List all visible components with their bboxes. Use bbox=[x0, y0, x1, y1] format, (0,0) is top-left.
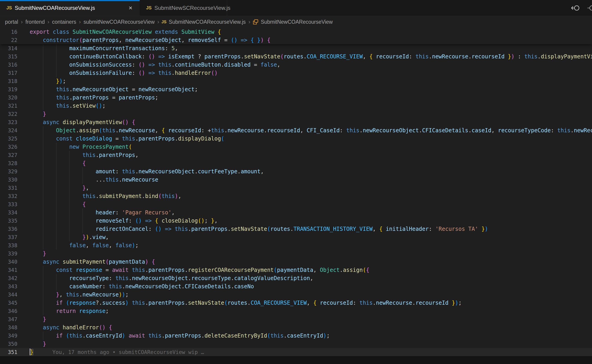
code-token: caseNo bbox=[234, 283, 254, 290]
code-token bbox=[316, 300, 320, 306]
line-number: 337 bbox=[0, 233, 17, 241]
code-line-317[interactable]: 317 onSubmissionFailure: () => this.hand… bbox=[0, 69, 592, 77]
code-token: setNavState bbox=[244, 53, 280, 60]
code-line-333[interactable]: 333 { bbox=[0, 200, 592, 208]
code-line-320[interactable]: 320 this.parentProps = parentProps; bbox=[0, 93, 592, 102]
code-token: ; bbox=[63, 78, 66, 84]
code-token: + bbox=[208, 127, 211, 134]
breadcrumb-folder-containers[interactable]: containers bbox=[52, 19, 77, 25]
code-token: this bbox=[162, 193, 175, 199]
code-token: . bbox=[231, 283, 234, 290]
code-line-318[interactable]: 318 }); bbox=[0, 77, 592, 85]
code-token: this bbox=[270, 332, 284, 339]
git-blame-annotation: You, 17 months ago • submitCOARecourseVi… bbox=[53, 349, 204, 355]
code-token: . bbox=[429, 53, 432, 60]
code-line-336[interactable]: 336 redirectOnCancel: () => this.parentP… bbox=[0, 225, 592, 233]
code-text: this.newRecourseObject = newRecourseObje… bbox=[30, 85, 592, 93]
code-token: . bbox=[571, 127, 574, 134]
code-line-321[interactable]: 321 this.setView(); bbox=[0, 102, 592, 110]
code-line-322[interactable]: 322 } bbox=[0, 110, 592, 118]
code-token: recourseId bbox=[472, 53, 505, 60]
code-line-315[interactable]: 315 continueButtonCallback: () => isExem… bbox=[0, 52, 592, 61]
code-line-344[interactable]: 344 }, this.newRecourse)); bbox=[0, 291, 592, 299]
code-token: if bbox=[56, 300, 63, 306]
code-line-340[interactable]: 340 async submitPayment(paymentData) { bbox=[0, 258, 592, 266]
tab-submitnewcoarecourseview[interactable]: JS SubmitNewCOARecourseView.js × bbox=[0, 0, 140, 16]
sticky-scroll-header[interactable]: 16export class SubmitNewCOARecourseView … bbox=[0, 28, 592, 44]
code-line-346[interactable]: 346 return response; bbox=[0, 307, 592, 315]
code-token bbox=[59, 259, 63, 265]
line-number: 331 bbox=[0, 184, 17, 192]
breadcrumb-folder-portal[interactable]: portal bbox=[5, 19, 19, 25]
code-line-325[interactable]: 325 const closeDialog = this.parentProps… bbox=[0, 135, 592, 143]
code-line-350[interactable]: 350 } bbox=[0, 340, 592, 348]
code-line-345[interactable]: 345 if (response?.success) this.parentPr… bbox=[0, 299, 592, 307]
code-token bbox=[155, 62, 158, 68]
code-line-347[interactable]: 347 } bbox=[0, 315, 592, 323]
code-token: : bbox=[201, 127, 208, 134]
code-line-329[interactable]: 329 amount: this.newRecourseObject.court… bbox=[0, 167, 592, 176]
code-line-341[interactable]: 341 const response = await this.parentPr… bbox=[0, 266, 592, 274]
code-line-339[interactable]: 339 } bbox=[0, 249, 592, 258]
line-number: 321 bbox=[0, 102, 17, 110]
code-line-343[interactable]: 343 caseNumber: this.newRecourseObject.C… bbox=[0, 282, 592, 291]
code-token: handleError bbox=[63, 324, 99, 331]
code-line-332[interactable]: 332 this.submitPayment.bind(this), bbox=[0, 192, 592, 200]
code-token: } bbox=[43, 111, 46, 117]
code-line-327[interactable]: 327 this.parentProps, bbox=[0, 151, 592, 159]
code-text: } bbox=[30, 249, 592, 258]
code-token: ) bbox=[132, 242, 135, 249]
code-line-330[interactable]: 330 ...this.newRecourse bbox=[0, 176, 592, 184]
code-line-314[interactable]: 314 maximumConcurrentTransactions: 5, bbox=[0, 44, 592, 52]
code-token: parentProps bbox=[72, 94, 109, 101]
sticky-line-16[interactable]: 16export class SubmitNewCOARecourseView … bbox=[0, 28, 592, 36]
code-line-319[interactable]: 319 this.newRecourseObject = newRecourse… bbox=[0, 85, 592, 93]
code-token: assign bbox=[79, 127, 99, 134]
code-token: 'Pagar Recurso' bbox=[122, 209, 172, 216]
code-token: parentProps bbox=[165, 332, 201, 339]
line-number: 350 bbox=[0, 340, 17, 348]
code-line-324[interactable]: 324 Object.assign(this.newRecourse, { re… bbox=[0, 126, 592, 135]
code-editor[interactable]: 16export class SubmitNewCOARecourseView … bbox=[0, 28, 592, 356]
code-token: ( bbox=[66, 332, 69, 339]
code-line-334[interactable]: 334 header: 'Pagar Recurso', bbox=[0, 208, 592, 217]
code-line-351[interactable]: 351}You, 17 months ago • submitCOARecour… bbox=[0, 348, 592, 356]
tab-submitnewscrecourseview[interactable]: JS SubmitNewSCRecourseView.js bbox=[140, 0, 227, 16]
code-token: parentProps bbox=[99, 152, 135, 158]
code-line-338[interactable]: 338 false, false, false); bbox=[0, 241, 592, 249]
line-number: 335 bbox=[0, 217, 17, 225]
indent-guide bbox=[43, 225, 43, 233]
code-token bbox=[72, 136, 76, 142]
breadcrumb-folder-frontend[interactable]: frontend bbox=[25, 19, 45, 25]
code-token: . bbox=[96, 152, 99, 158]
code-line-323[interactable]: 323 async displayPaymentView() { bbox=[0, 118, 592, 126]
breadcrumb-file[interactable]: SubmitNewCOARecourseView.js bbox=[168, 19, 246, 25]
line-number: 315 bbox=[0, 52, 17, 61]
code-line-316[interactable]: 316 onSubmissionSuccess: () => this.cont… bbox=[0, 61, 592, 69]
indent-guide bbox=[56, 44, 57, 52]
code-token: this bbox=[132, 267, 145, 273]
code-token bbox=[148, 259, 151, 265]
code-token bbox=[30, 209, 96, 216]
discard-changes-icon[interactable] bbox=[571, 3, 581, 13]
code-line-337[interactable]: 337 }).view, bbox=[0, 233, 592, 241]
breadcrumb-separator: › bbox=[77, 19, 83, 25]
code-line-335[interactable]: 335 removeSelf: () => { closeDialog(); }… bbox=[0, 217, 592, 225]
code-line-331[interactable]: 331 }, bbox=[0, 184, 592, 192]
code-token: newRecourseObject bbox=[138, 86, 195, 93]
sticky-line-22[interactable]: 22 constructor(parentProps, newRecourseO… bbox=[0, 36, 592, 44]
code-line-342[interactable]: 342 recourseType: this.newRecourseObject… bbox=[0, 274, 592, 282]
code-line-328[interactable]: 328 { bbox=[0, 159, 592, 167]
code-token: . bbox=[188, 226, 191, 232]
clipped-circle-icon[interactable] bbox=[587, 3, 592, 13]
breadcrumb-folder-submitNewCOARecourseView[interactable]: submitNewCOARecourseView bbox=[83, 19, 155, 25]
code-line-349[interactable]: 349 if (this.caseEntryId) await this.par… bbox=[0, 332, 592, 340]
breadcrumb-symbol[interactable]: SubmitNewCOARecourseView bbox=[260, 19, 333, 25]
code-token: : bbox=[353, 300, 359, 306]
code-line-348[interactable]: 348 async handleError() { bbox=[0, 323, 592, 332]
code-token: ; bbox=[155, 94, 158, 101]
code-token: 5 bbox=[171, 45, 175, 52]
code-line-326[interactable]: 326 new ProcessPayment( bbox=[0, 143, 592, 151]
code-token bbox=[478, 226, 481, 232]
close-icon[interactable]: × bbox=[128, 4, 133, 12]
